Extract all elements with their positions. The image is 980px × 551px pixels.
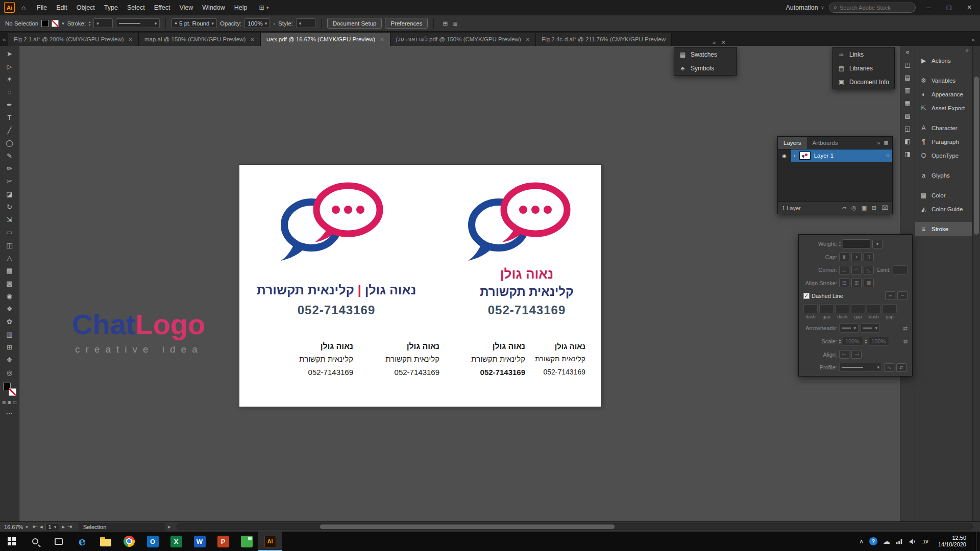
panel-collapse-icon[interactable]: »	[877, 140, 880, 146]
swap-arrowheads-icon[interactable]: ⇄	[903, 325, 908, 332]
dock-item-color[interactable]: ▩ Color	[915, 188, 972, 202]
tab-overflow-icon[interactable]: »	[713, 39, 716, 45]
miter-limit-field[interactable]	[893, 265, 908, 274]
round-cap-button[interactable]: ◖	[851, 253, 862, 261]
layer-name[interactable]: Layer 1	[814, 153, 834, 159]
taskbar-search-button[interactable]	[23, 532, 47, 551]
search-input[interactable]	[840, 5, 901, 11]
dock-item-asset-export[interactable]: ⇱ Asset Export	[915, 101, 972, 115]
lasso-tool[interactable]: ◌	[1, 86, 18, 98]
dock-item-color-guide[interactable]: ◭ Color Guide	[915, 202, 972, 216]
arrowhead-end-dropdown[interactable]: ▾	[861, 323, 880, 333]
dash-field[interactable]	[803, 304, 818, 313]
gap-field[interactable]	[883, 304, 897, 313]
close-button[interactable]: ✕	[962, 0, 977, 15]
tab-group-close-icon[interactable]: ✕	[721, 39, 726, 46]
get-help-icon[interactable]: ?	[869, 537, 877, 545]
menu-help[interactable]: Help	[230, 0, 252, 15]
dock-item-appearance[interactable]: ◐ Appearance	[915, 87, 972, 101]
taskbar-illustrator-active[interactable]: Ai	[258, 532, 282, 551]
artboard-number-field[interactable]: 1 ▾	[45, 523, 60, 531]
horizontal-scrollbar-thumb[interactable]	[320, 524, 615, 529]
collapsed-panel-icon[interactable]: ◰	[904, 61, 910, 68]
strip-expand-icon[interactable]: «	[906, 48, 910, 56]
expand-layer-icon[interactable]: ›	[794, 153, 796, 159]
scale-tool[interactable]: ⇲	[1, 213, 18, 226]
selection-tool[interactable]: ➤	[1, 47, 18, 60]
color-mode-buttons[interactable]: ▥▣▢	[2, 400, 17, 405]
dock-item-opentype[interactable]: O OpenType	[915, 148, 972, 162]
align-inside-button[interactable]: ⊞	[851, 279, 862, 287]
dock-item-stroke[interactable]: ≡ Stroke	[915, 222, 972, 236]
opacity-field[interactable]: 100% ▾	[244, 18, 270, 28]
weight-stepper[interactable]: ▴▾	[839, 241, 841, 247]
network-icon[interactable]	[896, 538, 903, 545]
opacity-flyout-icon[interactable]: ›	[273, 20, 275, 27]
pen-tool[interactable]: ✒	[1, 98, 18, 111]
collapsed-panel-icon[interactable]: ▤	[904, 74, 910, 81]
task-view-button[interactable]	[47, 532, 70, 551]
dash-field[interactable]	[835, 304, 849, 313]
taskbar-powerpoint[interactable]: P	[211, 532, 235, 551]
home-icon[interactable]: ⌂	[18, 4, 29, 12]
hand-tool[interactable]: ✥	[1, 354, 18, 366]
libraries-panel-item[interactable]: ▤ Libraries	[833, 61, 894, 75]
vertical-scrollbar-thumb[interactable]	[974, 77, 979, 235]
scale-end-stepper[interactable]: ▴▾	[865, 338, 867, 344]
gradient-tool[interactable]: ▩	[1, 277, 18, 290]
menu-effect[interactable]: Effect	[150, 0, 175, 15]
toolbar-more-icon[interactable]: ⋯	[1, 407, 18, 419]
fill-swatch[interactable]	[41, 20, 48, 27]
tab-artboards[interactable]: Artboards	[807, 137, 844, 149]
zoom-tool[interactable]: ◎	[1, 366, 18, 379]
rotate-tool[interactable]: ↻	[1, 201, 18, 213]
weight-field[interactable]	[843, 239, 870, 248]
horizontal-scrollbar[interactable]	[177, 523, 973, 530]
tab-layers[interactable]: Layers	[778, 137, 807, 149]
new-layer-icon[interactable]: ⊞	[872, 205, 876, 211]
align-center-button[interactable]: ⊟	[839, 279, 849, 287]
artboard-tool[interactable]: ⊞	[1, 341, 18, 354]
make-mask-icon[interactable]: ▱	[842, 205, 846, 211]
symbols-panel-item[interactable]: ♣ Symbols	[674, 61, 737, 75]
blend-tool[interactable]: ❖	[1, 303, 18, 315]
perspective-grid-tool[interactable]: △	[1, 252, 18, 264]
automation-dropdown[interactable]: Automation ˅	[786, 4, 824, 11]
style-dropdown[interactable]: ▾	[296, 18, 315, 28]
hidden-icons-chevron-icon[interactable]: ∧	[859, 538, 864, 545]
scale-end-field[interactable]: 100%	[869, 337, 889, 346]
document-setup-button[interactable]: Document Setup	[327, 18, 382, 29]
dock-item-variables[interactable]: ⚙ Variables	[915, 73, 972, 87]
dock-item-paragraph[interactable]: ¶ Paragraph	[915, 135, 972, 148]
menu-file[interactable]: File	[32, 0, 52, 15]
close-tab-icon[interactable]: ✕	[129, 37, 133, 42]
link-scale-icon[interactable]: ⧉	[903, 338, 908, 345]
arrowhead-start-dropdown[interactable]: ▾	[839, 323, 859, 333]
stroke-weight-field[interactable]: ▾	[93, 18, 113, 28]
tab-fig21[interactable]: Fig 2.1.ai* @ 200% (CMYK/GPU Preview) ✕	[8, 33, 139, 46]
chevron-down-icon[interactable]: ▾	[62, 21, 64, 26]
symbol-sprayer-tool[interactable]: ✿	[1, 315, 18, 328]
miter-join-button[interactable]: ∟	[839, 266, 849, 274]
tab-chat-pdf-active[interactable]: צאט.pdf @ 16.67% (CMYK/GPU Preview) ✕	[261, 33, 390, 46]
weight-dropdown-icon[interactable]: ▾	[872, 240, 883, 248]
taskbar-excel[interactable]: X	[164, 532, 188, 551]
dock-item-character[interactable]: A Character	[915, 121, 972, 135]
taskbar-edge[interactable]: e	[70, 532, 94, 551]
stroke-none-swatch[interactable]	[52, 20, 59, 27]
stroke-color-swatch[interactable]	[9, 388, 16, 396]
last-artboard-icon[interactable]: ⇥	[67, 523, 72, 530]
flip-along-icon[interactable]: ⇋	[884, 363, 894, 372]
collapsed-panel-icon[interactable]: ◨	[904, 151, 910, 158]
direct-selection-tool[interactable]: ▷	[1, 60, 18, 73]
pencil-tool[interactable]: ✏	[1, 162, 18, 175]
visibility-eye-icon[interactable]: ◉	[778, 149, 791, 162]
collapsed-panel-icon[interactable]: ▦	[904, 99, 910, 107]
taskbar-outlook[interactable]: O	[141, 532, 164, 551]
bevel-join-button[interactable]: ◺	[864, 266, 874, 274]
maximize-button[interactable]: ▢	[941, 0, 957, 15]
menu-select[interactable]: Select	[122, 0, 150, 15]
status-flyout-icon[interactable]: ▸	[168, 523, 171, 530]
start-button[interactable]	[0, 532, 23, 551]
align-options-icon[interactable]: ⊞	[443, 20, 448, 27]
